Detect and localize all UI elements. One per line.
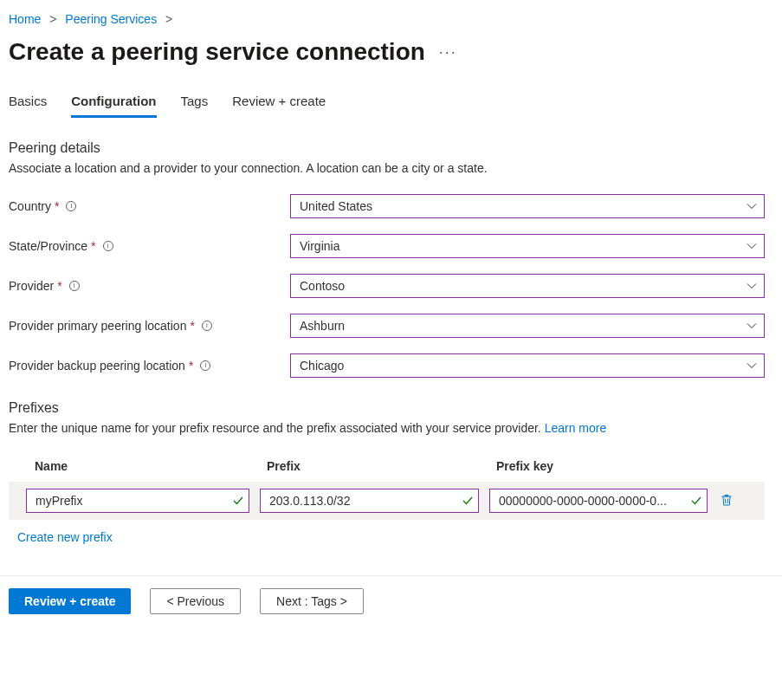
footer-separator: [0, 575, 782, 576]
page-title: Create a peering service connection: [9, 38, 425, 66]
tab-configuration[interactable]: Configuration: [71, 88, 156, 118]
tab-basics[interactable]: Basics: [9, 88, 47, 118]
primary-location-value: Ashburn: [291, 314, 764, 337]
col-key: Prefix key: [496, 459, 756, 473]
required-icon: *: [189, 359, 193, 373]
peering-details-desc: Associate a location and a provider to y…: [9, 161, 765, 175]
col-name: Name: [35, 459, 267, 473]
required-icon: *: [57, 279, 61, 293]
required-icon: *: [91, 239, 95, 253]
breadcrumb-separator: >: [49, 12, 56, 26]
info-icon[interactable]: i: [69, 281, 80, 291]
chevron-down-icon: [746, 360, 757, 371]
country-value: United States: [291, 195, 764, 217]
previous-button[interactable]: < Previous: [150, 588, 241, 614]
trash-icon: [720, 493, 734, 509]
next-button[interactable]: Next : Tags >: [260, 588, 364, 614]
info-icon[interactable]: i: [103, 241, 113, 251]
chevron-down-icon: [746, 201, 757, 211]
primary-location-label: Provider primary peering location * i: [9, 319, 290, 333]
primary-location-dropdown[interactable]: Ashburn: [290, 314, 765, 338]
peering-details-heading: Peering details: [9, 140, 765, 156]
prefix-table-header: Name Prefix Prefix key: [9, 454, 765, 482]
prefix-name-input[interactable]: [26, 489, 249, 513]
required-icon: *: [55, 199, 59, 213]
info-icon[interactable]: i: [66, 201, 76, 211]
check-icon: [690, 495, 702, 507]
check-icon: [462, 495, 474, 507]
info-icon[interactable]: i: [200, 360, 210, 371]
chevron-down-icon: [746, 241, 757, 251]
create-new-prefix-link[interactable]: Create new prefix: [17, 530, 113, 544]
learn-more-link[interactable]: Learn more: [545, 421, 607, 435]
prefix-key-input[interactable]: [489, 489, 708, 513]
tab-tags[interactable]: Tags: [181, 88, 209, 118]
col-prefix: Prefix: [267, 459, 496, 473]
check-icon: [232, 495, 244, 507]
prefix-row: [9, 482, 765, 520]
breadcrumb-peering-services[interactable]: Peering Services: [65, 12, 157, 26]
provider-value: Contoso: [291, 275, 764, 297]
tabs: Basics Configuration Tags Review + creat…: [9, 88, 765, 118]
chevron-down-icon: [746, 321, 757, 331]
country-dropdown[interactable]: United States: [290, 194, 765, 218]
review-create-button[interactable]: Review + create: [9, 588, 131, 614]
provider-dropdown[interactable]: Contoso: [290, 274, 765, 298]
more-actions-button[interactable]: ···: [439, 43, 457, 62]
info-icon[interactable]: i: [202, 321, 212, 331]
breadcrumb: Home > Peering Services >: [9, 9, 765, 33]
delete-prefix-button[interactable]: [718, 492, 735, 509]
required-icon: *: [190, 319, 194, 333]
state-label: State/Province * i: [9, 239, 290, 253]
chevron-down-icon: [746, 281, 757, 291]
country-label: Country * i: [9, 199, 290, 213]
prefixes-heading: Prefixes: [9, 400, 765, 416]
backup-location-dropdown[interactable]: Chicago: [290, 353, 765, 378]
footer-buttons: Review + create < Previous Next : Tags >: [9, 588, 765, 614]
state-dropdown[interactable]: Virginia: [290, 234, 765, 258]
backup-location-value: Chicago: [291, 354, 764, 377]
backup-location-label: Provider backup peering location * i: [9, 359, 290, 373]
prefixes-desc: Enter the unique name for your prefix re…: [9, 421, 765, 435]
provider-label: Provider * i: [9, 279, 290, 293]
tab-review-create[interactable]: Review + create: [232, 88, 326, 118]
breadcrumb-home[interactable]: Home: [9, 12, 41, 26]
breadcrumb-separator: >: [165, 12, 172, 26]
state-value: Virginia: [291, 235, 764, 257]
prefix-value-input[interactable]: [260, 489, 479, 513]
